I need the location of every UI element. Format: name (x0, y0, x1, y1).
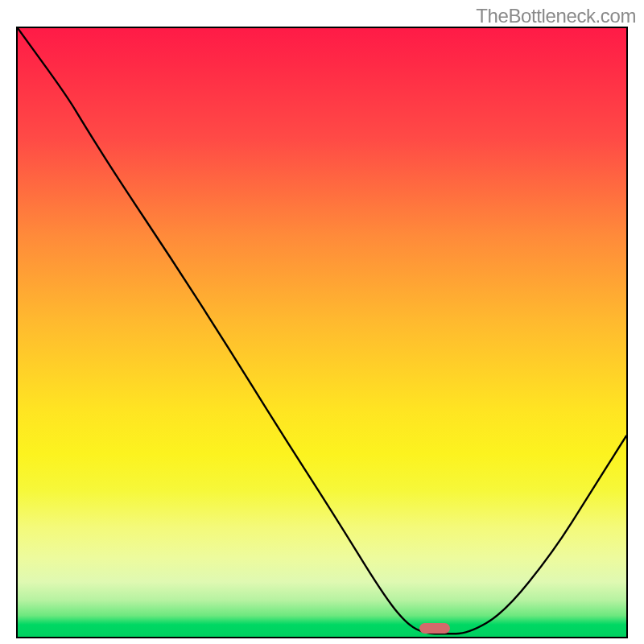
optimal-marker (419, 623, 450, 634)
watermark-text: TheBottleneck.com (476, 5, 636, 27)
curve-layer (18, 28, 626, 637)
plot-frame (16, 27, 628, 638)
chart-canvas: TheBottleneck.com (0, 0, 644, 644)
bottleneck-curve (18, 28, 626, 634)
